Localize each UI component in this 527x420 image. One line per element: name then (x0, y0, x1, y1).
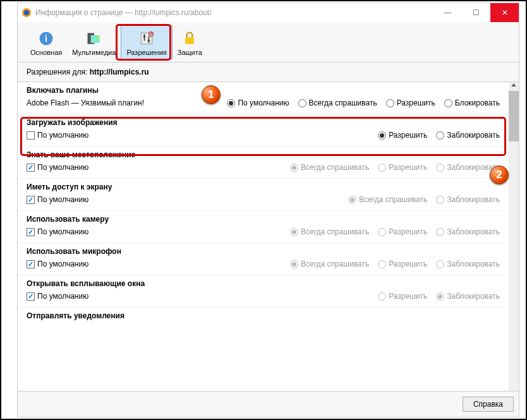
maximize-button[interactable]: ☐ (462, 3, 490, 22)
section-images: Загружать изображения По умолчанию Разре… (18, 114, 509, 147)
screen-opt-block: Заблокировать (436, 195, 500, 204)
section-screen: Иметь доступ к экрану По умолчанию Всегд… (18, 179, 509, 211)
scrollbar-thumb[interactable] (509, 91, 519, 141)
scroll-up-icon (511, 83, 516, 87)
tab-general[interactable]: i Основная (25, 25, 67, 60)
microphone-opt-allow: Разрешить (378, 260, 427, 268)
section-plugins: Включать плагины Adobe Flash — Уязвимый … (18, 82, 509, 114)
images-opt-block[interactable]: Заблокировать (436, 131, 500, 140)
camera-opt-allow: Разрешить (378, 227, 427, 236)
microphone-opt-block: Заблокировать (436, 260, 500, 268)
info-icon: i (36, 28, 56, 49)
titlebar: Информация о странице — http://lumpics.r… (18, 3, 519, 22)
permissions-list: Включать плагины Adobe Flash — Уязвимый … (18, 82, 509, 391)
minimize-button[interactable]: — (433, 3, 462, 22)
camera-opt-block: Заблокировать (436, 227, 500, 236)
firefox-icon (21, 8, 32, 18)
plugins-opt-ask[interactable]: Всегда спрашивать (298, 99, 377, 107)
permissions-header: Разрешения для: http://lumpics.ru (18, 63, 519, 82)
location-default-checkbox[interactable]: По умолчанию (27, 163, 88, 172)
tab-media[interactable]: Мультимедиа (67, 25, 121, 60)
images-opt-allow[interactable]: Разрешить (378, 131, 427, 140)
window-title: Информация о странице — http://lumpics.r… (35, 8, 433, 17)
plugins-opt-allow[interactable]: Разрешить (386, 99, 435, 107)
plugins-opt-block[interactable]: Блокировать (444, 99, 500, 107)
svg-text:i: i (45, 33, 47, 44)
svg-point-11 (148, 39, 150, 42)
popups-default-checkbox[interactable]: По умолчанию (27, 292, 88, 301)
microphone-default-checkbox[interactable]: По умолчанию (27, 260, 88, 268)
svg-point-6 (96, 36, 99, 39)
scrollbar[interactable] (509, 82, 519, 391)
media-icon (84, 28, 104, 49)
help-button[interactable]: Справка (463, 397, 514, 412)
screen-default-checkbox[interactable]: По умолчанию (27, 195, 88, 204)
svg-rect-14 (185, 37, 194, 44)
popups-opt-block: Заблокировать (436, 292, 500, 301)
section-location: Знать ваше местоположение По умолчанию В… (18, 147, 509, 179)
location-opt-ask: Всегда спрашивать (290, 163, 369, 172)
section-popups: Открывать всплывающие окна По умолчанию … (18, 275, 509, 308)
microphone-opt-ask: Всегда спрашивать (290, 260, 369, 268)
close-button[interactable]: ✕ (490, 3, 519, 22)
toolbar: i Основная Мультимедиа Разрешения Защита (18, 22, 519, 63)
section-microphone: Использовать микрофон По умолчанию Всегд… (18, 243, 509, 275)
tab-security[interactable]: Защита (173, 25, 207, 60)
location-opt-allow: Разрешить (378, 163, 427, 172)
svg-point-1 (24, 10, 29, 15)
popups-opt-allow: Разрешить (378, 292, 427, 301)
footer: Справка (18, 391, 519, 417)
svg-rect-5 (91, 35, 100, 42)
plugins-opt-default[interactable]: По умолчанию (227, 99, 289, 107)
svg-point-10 (143, 35, 146, 37)
images-default-checkbox[interactable]: По умолчанию (27, 131, 88, 140)
step-badge-1: 1 (202, 85, 221, 104)
tab-permissions[interactable]: Разрешения (121, 25, 172, 60)
permissions-icon (136, 28, 157, 49)
section-camera: Использовать камеру По умолчанию Всегда … (18, 211, 509, 243)
step-badge-2: 2 (490, 165, 509, 184)
camera-default-checkbox[interactable]: По умолчанию (27, 227, 88, 236)
section-notifications: Отправлять уведомления (18, 308, 509, 330)
screen-opt-ask: Всегда спрашивать (348, 195, 427, 204)
lock-icon (179, 28, 200, 49)
camera-opt-ask: Всегда спрашивать (290, 227, 369, 236)
